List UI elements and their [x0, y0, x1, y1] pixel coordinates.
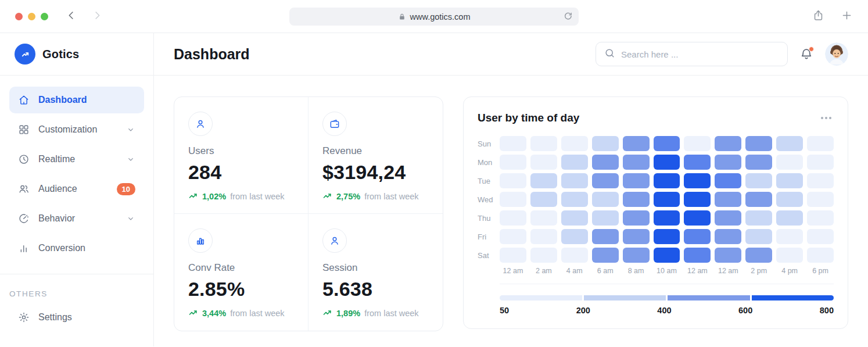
heatmap-cell: [623, 155, 650, 170]
trend-up-icon: [322, 308, 332, 318]
stats-card: Users2841,02%from last weekRevenue$3194,…: [174, 96, 443, 331]
time-label: 12 am: [684, 267, 711, 275]
more-options-icon[interactable]: [819, 115, 834, 121]
stat-card-session: Session5.6381,89%from last week: [309, 214, 443, 331]
home-icon: [18, 94, 30, 106]
trend-suffix: from last week: [364, 192, 418, 201]
heatmap-cell: [745, 192, 772, 207]
legend-segment: [668, 295, 750, 301]
trend-up-icon: [322, 191, 332, 201]
time-label: 6 pm: [807, 267, 834, 275]
chevron-down-icon[interactable]: [126, 155, 135, 164]
heatmap-cell: [715, 210, 741, 226]
sidebar-item-realtime[interactable]: Realtime: [9, 146, 144, 173]
stat-trend: 1,02%from last week: [188, 191, 294, 201]
reload-icon[interactable]: [563, 11, 573, 23]
heatmap-cell: [776, 210, 803, 226]
heatmap-cell: [776, 229, 803, 244]
heatmap-cell: [561, 173, 588, 188]
heatmap-card: User by time of day SunMonTueWedThuFriSa…: [463, 96, 848, 329]
heatmap-cell: [561, 248, 588, 263]
heatmap-cell: [592, 155, 619, 170]
heatmap-cell: [807, 229, 834, 244]
heatmap-cell: [715, 192, 741, 207]
sidebar-item-behavior[interactable]: Behavior: [9, 205, 144, 232]
heatmap-row-thu: Thu: [478, 210, 834, 226]
heatmap-legend-labels: 50200400600800: [500, 306, 834, 315]
legend-value: 50: [500, 306, 509, 315]
heatmap-cell: [500, 192, 526, 207]
heatmap-cell: [684, 192, 711, 207]
time-label: 10 am: [654, 267, 680, 275]
gotics-logo-icon: [15, 44, 35, 65]
sidebar-item-audience[interactable]: Audience10: [9, 176, 144, 202]
new-tab-icon[interactable]: [841, 9, 853, 24]
heatmap-cell: [500, 136, 526, 151]
heatmap-row-fri: Fri: [478, 229, 834, 244]
user-icon: [188, 112, 213, 136]
avatar[interactable]: [825, 42, 848, 66]
heatmap-cell: [500, 248, 526, 263]
stat-trend: 1,89%from last week: [322, 308, 429, 318]
heatmap-cell: [654, 155, 680, 170]
heatmap-cell: [654, 210, 680, 226]
sidebar-item-settings[interactable]: Settings: [9, 304, 144, 331]
heatmap-cell: [745, 136, 772, 151]
browser-back-icon[interactable]: [66, 10, 77, 23]
stat-trend: 3,44%from last week: [188, 308, 294, 318]
heatmap-cell: [530, 136, 557, 151]
heatmap-row-sun: Sun: [478, 136, 834, 151]
day-label: Wed: [478, 195, 500, 204]
heatmap-cell: [500, 210, 526, 226]
time-label: 12 am: [500, 267, 526, 275]
time-label: 4 am: [561, 267, 588, 275]
heatmap-cell: [592, 173, 619, 188]
share-icon[interactable]: [812, 9, 824, 24]
day-label: Sun: [478, 139, 500, 148]
heatmap-cell: [530, 229, 557, 244]
search-icon: [604, 48, 615, 61]
heatmap-cell: [654, 173, 680, 188]
heatmap-cell: [715, 136, 741, 151]
user-icon: [322, 228, 347, 253]
address-bar[interactable]: www.gotics.com: [289, 8, 579, 26]
sidebar-item-label: Behavior: [38, 213, 75, 224]
notifications-bell-icon[interactable]: [799, 47, 813, 61]
sidebar-item-label: Conversion: [38, 243, 85, 253]
zoom-window-button[interactable]: [41, 13, 48, 20]
sidebar-item-conversion[interactable]: Conversion: [9, 235, 144, 262]
day-label: Sat: [478, 251, 500, 260]
stat-value: 2.85%: [188, 278, 294, 301]
sidebar-nav: DashboardCustomizationRealtimeAudience10…: [0, 76, 153, 264]
stat-value: 284: [188, 161, 294, 184]
chevron-down-icon[interactable]: [126, 125, 135, 134]
heatmap-cell: [715, 155, 741, 170]
sidebar-others: Settings: [0, 304, 153, 334]
legend-value: 400: [657, 306, 671, 315]
stat-card-revenue: Revenue$3194,242,75%from last week: [309, 97, 443, 214]
chart-icon: [188, 228, 213, 253]
grid-icon: [18, 124, 30, 135]
search-input[interactable]: [621, 49, 779, 59]
chevron-down-icon[interactable]: [126, 214, 135, 223]
heatmap-cell: [684, 210, 711, 226]
heatmap-cell: [592, 192, 619, 207]
browser-chrome: www.gotics.com: [0, 0, 868, 33]
minimize-window-button[interactable]: [28, 13, 35, 20]
close-window-button[interactable]: [15, 13, 23, 20]
chart-title: User by time of day: [478, 112, 579, 124]
stat-value: $3194,24: [322, 161, 429, 184]
page-title: Dashboard: [174, 46, 250, 63]
heatmap-cell: [807, 248, 834, 263]
trend-delta: 1,89%: [336, 309, 360, 318]
heatmap-cell: [654, 136, 680, 151]
sidebar-item-dashboard[interactable]: Dashboard: [9, 87, 144, 113]
heatmap-cell: [500, 229, 526, 244]
stat-label: Users: [188, 145, 294, 157]
heatmap-cell: [807, 136, 834, 151]
browser-forward-icon[interactable]: [92, 10, 103, 23]
heatmap-divider: [500, 284, 834, 284]
sidebar-item-customization[interactable]: Customization: [9, 116, 144, 143]
search-box[interactable]: [596, 42, 788, 66]
trend-suffix: from last week: [230, 309, 284, 318]
